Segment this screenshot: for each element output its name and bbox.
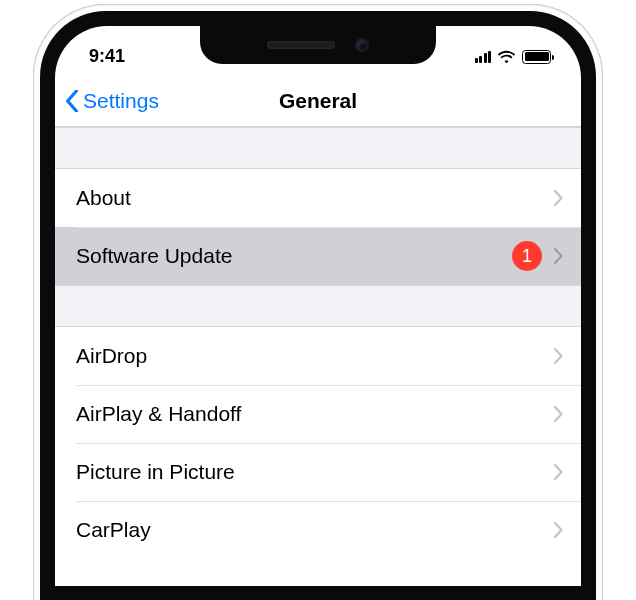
row-label: CarPlay [76, 518, 554, 542]
chevron-right-icon [554, 248, 563, 264]
row-label: AirDrop [76, 344, 554, 368]
chevron-right-icon [554, 406, 563, 422]
chevron-left-icon [65, 90, 79, 112]
chevron-right-icon [554, 190, 563, 206]
wifi-icon [497, 50, 516, 64]
row-label: AirPlay & Handoff [76, 402, 554, 426]
row-label: Software Update [76, 244, 512, 268]
back-label: Settings [83, 89, 159, 113]
battery-icon [522, 50, 551, 64]
phone-frame: 9:41 Settings G [40, 11, 596, 600]
status-indicators [475, 50, 552, 64]
navigation-bar: Settings General [55, 75, 581, 127]
chevron-right-icon [554, 348, 563, 364]
row-software-update[interactable]: Software Update 1 [55, 227, 581, 285]
chevron-right-icon [554, 464, 563, 480]
phone-outer-frame: 9:41 Settings G [33, 4, 603, 600]
row-airplay-handoff[interactable]: AirPlay & Handoff [55, 385, 581, 443]
row-label: Picture in Picture [76, 460, 554, 484]
cellular-icon [475, 50, 492, 63]
notification-badge: 1 [512, 241, 542, 271]
row-airdrop[interactable]: AirDrop [55, 327, 581, 385]
settings-section-1: About Software Update 1 [55, 169, 581, 285]
settings-section-2: AirDrop AirPlay & Handoff Picture in Pic… [55, 327, 581, 559]
row-label: About [76, 186, 554, 210]
row-picture-in-picture[interactable]: Picture in Picture [55, 443, 581, 501]
front-camera [355, 38, 369, 52]
notch [200, 26, 436, 64]
section-gap [55, 127, 581, 169]
section-gap [55, 285, 581, 327]
row-about[interactable]: About [55, 169, 581, 227]
back-button[interactable]: Settings [65, 89, 159, 113]
speaker [267, 41, 335, 49]
screen: 9:41 Settings G [55, 26, 581, 586]
status-time: 9:41 [89, 46, 125, 67]
chevron-right-icon [554, 522, 563, 538]
row-carplay[interactable]: CarPlay [55, 501, 581, 559]
